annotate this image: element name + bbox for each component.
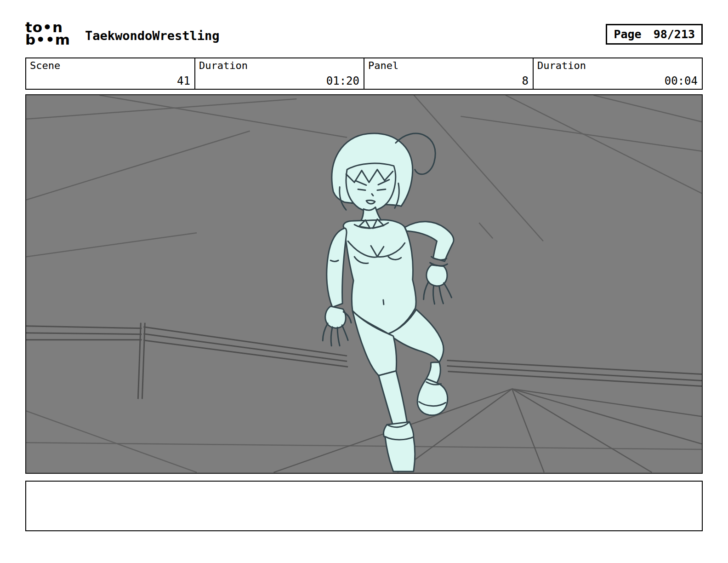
scene-cell: Scene 41 xyxy=(25,57,195,90)
panel-cell: Panel 8 xyxy=(364,57,534,90)
page-label: Page xyxy=(614,28,641,41)
panel-duration-cell: Duration 00:04 xyxy=(533,57,703,90)
caption-box xyxy=(25,481,703,531)
scene-duration-value: 01:20 xyxy=(326,75,359,87)
page-number: 98/213 xyxy=(654,28,695,41)
scene-duration-cell: Duration 01:20 xyxy=(194,57,364,90)
scene-info-row: Scene 41 Duration 01:20 Panel 8 Duration… xyxy=(25,57,703,90)
project-title: TaekwondoWrestling xyxy=(85,29,220,43)
panel-duration-label: Duration xyxy=(537,60,586,71)
scene-label: Scene xyxy=(30,60,60,71)
logo-line-2: b••m xyxy=(25,34,70,46)
scene-value: 41 xyxy=(177,75,190,87)
storyboard-drawing xyxy=(26,95,702,473)
panel-value: 8 xyxy=(522,75,529,87)
page-number-box: Page 98/213 xyxy=(606,24,703,45)
panel-duration-value: 00:04 xyxy=(665,75,698,87)
storyboard-page: to•n b••m TaekwondoWrestling Page 98/213… xyxy=(0,0,728,563)
scene-duration-label: Duration xyxy=(199,60,248,71)
toonboom-logo: to•n b••m xyxy=(25,21,70,46)
panel-label: Panel xyxy=(368,60,398,71)
storyboard-panel xyxy=(25,94,703,474)
page-header: to•n b••m TaekwondoWrestling Page 98/213 xyxy=(25,17,703,53)
